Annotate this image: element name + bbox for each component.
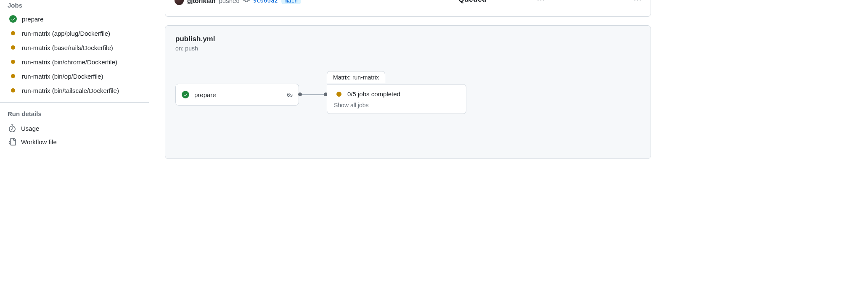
status-label: Queued bbox=[458, 0, 487, 4]
jobs-heading: Jobs bbox=[8, 0, 141, 12]
commit-sha-link[interactable]: 9c060a2 bbox=[253, 0, 278, 4]
pending-dot-icon bbox=[336, 92, 341, 97]
file-code-icon bbox=[8, 138, 16, 145]
check-circle-icon bbox=[9, 15, 17, 23]
job-label: run-matrix (bin/op/Dockerfile) bbox=[22, 73, 103, 80]
graph-area: prepare 6s Matrix: run-matrix 0/5 jobs c… bbox=[175, 75, 640, 134]
node-label: prepare bbox=[194, 91, 282, 98]
graph-node-prepare[interactable]: prepare 6s bbox=[175, 84, 299, 106]
job-list: prepare run-matrix (app/plug/Dockerfile)… bbox=[8, 12, 141, 97]
avatar[interactable] bbox=[175, 0, 184, 5]
node-duration: 6s bbox=[287, 92, 293, 98]
check-circle-icon bbox=[182, 91, 189, 98]
job-item-matrix-1[interactable]: run-matrix (app/plug/Dockerfile) bbox=[8, 26, 141, 40]
pending-dot-icon bbox=[9, 44, 17, 51]
workflow-file-link[interactable]: Workflow file bbox=[8, 135, 141, 148]
git-commit-icon bbox=[243, 0, 250, 4]
job-item-prepare[interactable]: prepare bbox=[8, 12, 141, 26]
usage-label: Usage bbox=[21, 125, 39, 132]
job-item-matrix-2[interactable]: run-matrix (base/rails/Dockerfile) bbox=[8, 41, 141, 54]
user-link[interactable]: gjtorikian bbox=[187, 0, 216, 4]
job-label: prepare bbox=[22, 16, 44, 23]
usage-link[interactable]: Usage bbox=[8, 122, 141, 135]
matrix-status-text: 0/5 jobs completed bbox=[347, 90, 400, 98]
stopwatch-icon bbox=[8, 124, 16, 132]
sidebar-divider bbox=[0, 102, 149, 103]
workflow-file-label: Workflow file bbox=[21, 138, 57, 145]
job-label: run-matrix (app/plug/Dockerfile) bbox=[22, 30, 110, 37]
main-content: gjtorikian pushed 9c060a2 main Queued bbox=[146, 0, 651, 222]
graph-connector bbox=[299, 94, 327, 95]
job-item-matrix-3[interactable]: run-matrix (bin/chrome/Dockerfile) bbox=[8, 55, 141, 69]
pending-dot-icon bbox=[9, 29, 17, 37]
summary-right: Queued bbox=[458, 0, 641, 4]
job-label: run-matrix (bin/chrome/Dockerfile) bbox=[22, 58, 117, 66]
pending-dot-icon bbox=[9, 87, 17, 94]
summary-left: gjtorikian pushed 9c060a2 main bbox=[175, 0, 301, 5]
matrix-tab-label: Matrix: run-matrix bbox=[327, 71, 385, 83]
rerun-menu-button[interactable] bbox=[537, 0, 545, 4]
action-text: pushed bbox=[219, 0, 240, 4]
run-summary-box: gjtorikian pushed 9c060a2 main Queued bbox=[165, 0, 651, 17]
workflow-file-name: publish.yml bbox=[175, 35, 640, 43]
workflow-graph[interactable]: publish.yml on: push prepare 6s Matrix: … bbox=[165, 25, 651, 159]
rundetails-heading: Run details bbox=[8, 110, 141, 122]
job-item-matrix-5[interactable]: run-matrix (bin/tailscale/Dockerfile) bbox=[8, 84, 141, 97]
pending-dot-icon bbox=[9, 72, 17, 80]
job-label: run-matrix (base/rails/Dockerfile) bbox=[22, 44, 113, 51]
graph-node-matrix[interactable]: 0/5 jobs completed Show all jobs bbox=[327, 84, 466, 114]
job-label: run-matrix (bin/tailscale/Dockerfile) bbox=[22, 87, 119, 94]
branch-badge[interactable]: main bbox=[281, 0, 301, 4]
workflow-trigger: on: push bbox=[175, 45, 640, 52]
show-all-jobs-link[interactable]: Show all jobs bbox=[334, 102, 459, 108]
more-actions-button[interactable] bbox=[634, 0, 641, 4]
pending-dot-icon bbox=[9, 58, 17, 66]
sidebar: Jobs prepare run-matrix (app/plug/Docker… bbox=[0, 0, 146, 222]
job-item-matrix-4[interactable]: run-matrix (bin/op/Dockerfile) bbox=[8, 69, 141, 83]
